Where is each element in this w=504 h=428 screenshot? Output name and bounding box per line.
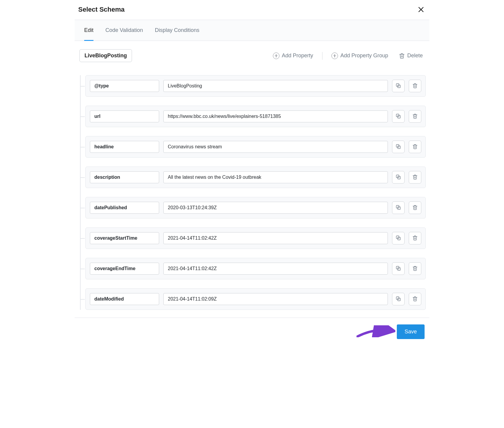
property-key-input[interactable]: coverageEndTime	[90, 263, 159, 275]
delete-row-button[interactable]	[409, 171, 421, 184]
property-value-input[interactable]	[163, 171, 388, 183]
property-key-input[interactable]: datePublished	[90, 202, 159, 214]
trash-icon	[399, 53, 405, 59]
property-key-input[interactable]: headline	[90, 141, 159, 153]
property-value-input[interactable]	[163, 202, 388, 214]
property-key-input[interactable]: coverageStartTime	[90, 232, 159, 244]
plus-circle-icon	[331, 53, 338, 59]
trash-icon	[412, 235, 418, 241]
schema-type-tag[interactable]: LiveBlogPosting	[79, 49, 132, 62]
property-card: coverageEndTime	[85, 258, 426, 279]
add-property-button[interactable]: Add Property	[271, 52, 315, 59]
property-value-input[interactable]	[163, 232, 388, 244]
copy-button[interactable]	[392, 171, 405, 184]
add-property-label: Add Property	[282, 53, 313, 59]
property-row: coverageEndTime	[85, 258, 426, 279]
property-card: coverageStartTime	[85, 227, 426, 249]
toolbar: LiveBlogPosting Add Property Add Propert…	[75, 41, 429, 66]
copy-button[interactable]	[392, 141, 405, 153]
property-row: url	[85, 106, 426, 127]
tab-code-validation[interactable]: Code Validation	[105, 20, 143, 41]
tab-edit[interactable]: Edit	[84, 20, 93, 41]
property-value-input[interactable]	[163, 110, 388, 122]
arrow-annotation	[357, 325, 395, 337]
add-property-group-button[interactable]: Add Property Group	[330, 52, 390, 59]
delete-row-button[interactable]	[409, 80, 421, 92]
property-key-input[interactable]: dateModified	[90, 293, 159, 305]
property-card: url	[85, 106, 426, 127]
property-card: dateModified	[85, 288, 426, 310]
trash-icon	[412, 113, 418, 120]
schema-body: @typeurlheadlinedescriptiondatePublished…	[75, 75, 429, 310]
property-value-input[interactable]	[163, 80, 388, 92]
property-row: description	[85, 167, 426, 188]
copy-button[interactable]	[392, 110, 405, 123]
copy-button[interactable]	[392, 201, 405, 214]
separator	[322, 52, 322, 60]
tabbar: Edit Code Validation Display Conditions	[75, 20, 429, 41]
close-button[interactable]	[416, 5, 426, 14]
copy-icon	[396, 205, 401, 211]
trash-icon	[412, 266, 418, 272]
delete-row-button[interactable]	[409, 293, 421, 305]
property-row: @type	[85, 75, 426, 97]
property-key-input[interactable]: description	[90, 171, 159, 183]
save-button[interactable]: Save	[397, 324, 425, 339]
copy-icon	[396, 296, 401, 302]
property-card: datePublished	[85, 197, 426, 218]
copy-button[interactable]	[392, 232, 405, 244]
property-card: description	[85, 167, 426, 188]
property-value-input[interactable]	[163, 263, 388, 275]
delete-row-button[interactable]	[409, 262, 421, 275]
copy-button[interactable]	[392, 262, 405, 275]
property-value-input[interactable]	[163, 293, 388, 305]
trash-icon	[412, 174, 418, 181]
copy-icon	[396, 174, 401, 181]
copy-icon	[396, 266, 401, 272]
copy-icon	[396, 83, 401, 89]
property-row: coverageStartTime	[85, 227, 426, 249]
delete-row-button[interactable]	[409, 232, 421, 244]
property-row: datePublished	[85, 197, 426, 218]
delete-schema-button[interactable]: Delete	[397, 52, 425, 59]
trash-icon	[412, 296, 418, 302]
property-rows: @typeurlheadlinedescriptiondatePublished…	[80, 75, 426, 310]
dialog-header: Select Schema	[75, 0, 429, 20]
property-row: dateModified	[85, 288, 426, 310]
plus-circle-icon	[273, 53, 279, 59]
close-icon	[418, 6, 424, 13]
dialog-title: Select Schema	[78, 6, 125, 13]
delete-row-button[interactable]	[409, 141, 421, 153]
copy-button[interactable]	[392, 293, 405, 305]
toolbar-actions: Add Property Add Property Group Delete	[271, 52, 425, 60]
copy-icon	[396, 235, 401, 241]
copy-icon	[396, 144, 401, 150]
property-value-input[interactable]	[163, 141, 388, 153]
delete-label: Delete	[407, 53, 423, 59]
property-key-input[interactable]: url	[90, 110, 159, 122]
tab-display-conditions[interactable]: Display Conditions	[155, 20, 199, 41]
delete-row-button[interactable]	[409, 110, 421, 123]
property-card: headline	[85, 136, 426, 158]
delete-row-button[interactable]	[409, 201, 421, 214]
property-key-input[interactable]: @type	[90, 80, 159, 92]
trash-icon	[412, 205, 418, 211]
copy-icon	[396, 113, 401, 120]
trash-icon	[412, 144, 418, 150]
property-card: @type	[85, 75, 426, 97]
add-property-group-label: Add Property Group	[340, 53, 388, 59]
trash-icon	[412, 83, 418, 89]
dialog-footer: Save	[75, 318, 429, 346]
copy-button[interactable]	[392, 80, 405, 92]
property-row: headline	[85, 136, 426, 158]
